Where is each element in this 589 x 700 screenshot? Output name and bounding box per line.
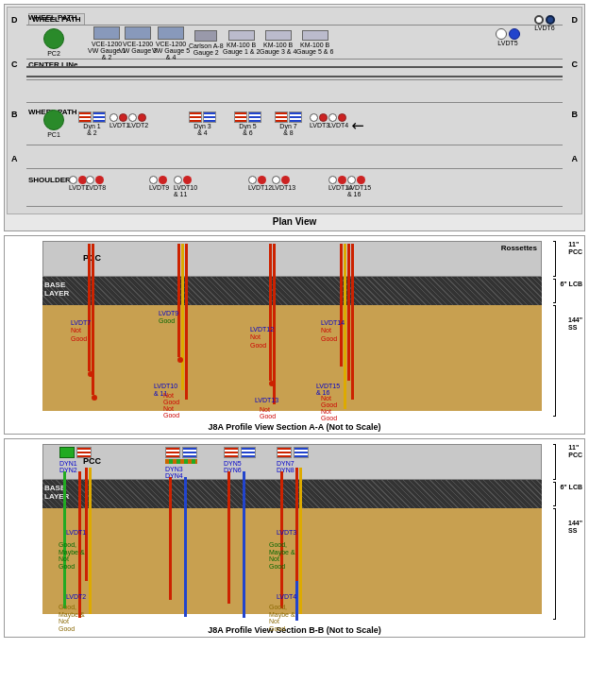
plan-grid: D D C C B B A A WHEEL PATH WHEEL PATH CE… xyxy=(7,7,582,214)
dim-lcb-bb: 6" LCB xyxy=(560,484,582,490)
lvdt15-shoulder: LVDT15 & 16 xyxy=(347,176,371,197)
pcc-bracket-bb xyxy=(553,444,556,480)
pc1-container: PC1 xyxy=(43,110,64,138)
base-label-aa: BASELAYER xyxy=(44,281,69,298)
lcb-bracket xyxy=(553,279,556,303)
lvdt10-shoulder: LVDT10 & 11 xyxy=(174,176,197,197)
profile-aa-section: 11"PCC 6" LCB 144"SS PCC BASELAYER Rosse… xyxy=(4,235,585,435)
profile-bb-diagram: 11"PCC 6" LCB 144"SS PCC BASELAYER xyxy=(5,439,584,623)
base-layer-aa: BASELAYER xyxy=(42,277,542,305)
main-container: D D C C B B A A WHEEL PATH WHEEL PATH CE… xyxy=(0,0,589,645)
pcc-layer-aa: PCC xyxy=(42,241,542,277)
km100-gauge-2: KM-100 B Gauge 3 & 4 xyxy=(260,30,296,55)
div-line-3 xyxy=(26,79,563,80)
lvdt4-plan: LVDT4 xyxy=(328,113,348,128)
row-a-right: A xyxy=(572,154,579,163)
div-line-5 xyxy=(26,145,563,145)
pc1-circle xyxy=(43,110,64,130)
km100-gauge-1: KM-100 B Gauge 1 & 2 xyxy=(223,30,260,55)
div-line-7 xyxy=(26,206,563,207)
dyn5-container: Dyn 5& 6 xyxy=(234,111,261,136)
lvdt1-plan: LVDT1 xyxy=(109,113,129,128)
dim-pcc-bb: 11"PCC xyxy=(568,444,582,460)
dim-ss: 144"SS xyxy=(568,316,582,333)
lvdt12-shoulder: LVDT12 xyxy=(248,176,272,191)
lvdt8-shoulder: LVDT8 xyxy=(86,176,106,191)
pcc-bracket xyxy=(553,241,556,277)
ss-bracket-bb xyxy=(553,508,556,620)
lvdt3-plan: LVDT3 xyxy=(310,113,329,128)
dyn3-container: Dyn 3& 4 xyxy=(189,111,216,136)
pc2-label: PC2 xyxy=(43,50,64,57)
pc1-label: PC1 xyxy=(43,131,64,138)
row-b-right: B xyxy=(572,110,579,119)
plan-view-section: D D C C B B A A WHEEL PATH WHEEL PATH CE… xyxy=(4,4,585,231)
rossettes-label: Rossettes xyxy=(501,244,537,252)
dim-ss-bb: 144"SS xyxy=(568,520,582,536)
lvdt6-container: LVDT6 xyxy=(534,15,555,31)
div-line-1 xyxy=(26,25,563,26)
dyn1-container: Dyn 1& 2 xyxy=(78,111,106,136)
div-line-6 xyxy=(26,168,563,169)
km100-gauge-3: KM-100 B Gauge 5 & 6 xyxy=(296,30,333,55)
lvdt6-label: LVDT6 xyxy=(534,25,555,31)
dim-lcb: 6" LCB xyxy=(560,281,582,287)
dyn7-container: Dyn 7& 8 xyxy=(275,111,302,136)
carlson-gauge: Carlson A-8 Gauge 2 xyxy=(189,30,224,56)
lvdt5-container: LVDT5 xyxy=(496,28,520,46)
shoulder-label: SHOULDER xyxy=(28,176,71,184)
plan-view-title: Plan View xyxy=(7,216,582,227)
row-c-right: C xyxy=(572,60,579,69)
wheel-path-top-static: WHEEL PATH xyxy=(28,13,77,22)
ss-bracket xyxy=(553,305,556,417)
lvdt13-shoulder: LVDT13 xyxy=(272,176,295,191)
row-a-left: A xyxy=(11,154,18,163)
row-d-left: D xyxy=(11,15,18,25)
lvdt9-shoulder: LVDT9 xyxy=(149,176,169,191)
lcb-bracket-bb xyxy=(553,482,556,506)
row-d-right: D xyxy=(572,15,579,25)
profile-bb-section: 11"PCC 6" LCB 144"SS PCC BASELAYER xyxy=(4,438,585,638)
center-line-bottom xyxy=(26,76,563,77)
arrow-indicator: ↙ xyxy=(347,114,369,136)
row-c-left: C xyxy=(11,60,18,69)
profile-aa-diagram: 11"PCC 6" LCB 144"SS PCC BASELAYER Rosse… xyxy=(5,236,584,420)
lvdt2-plan: LVDT2 xyxy=(128,113,148,128)
center-line-top xyxy=(26,66,563,68)
base-layer-bb: BASELAYER xyxy=(42,480,542,508)
vce-gauge-3: VCE-1200 VW Gauge 5 & 4 xyxy=(152,26,190,60)
pc2-circle xyxy=(43,28,64,49)
row-b-left: B xyxy=(11,110,18,119)
div-line-4 xyxy=(26,102,563,103)
subgrade-layer-aa xyxy=(42,305,542,411)
dim-pcc: 11"PCC xyxy=(568,241,582,257)
profile-aa-title: J8A Profile View Section A-A (Not to Sca… xyxy=(5,420,584,434)
pc2-container: PC2 xyxy=(43,28,64,57)
